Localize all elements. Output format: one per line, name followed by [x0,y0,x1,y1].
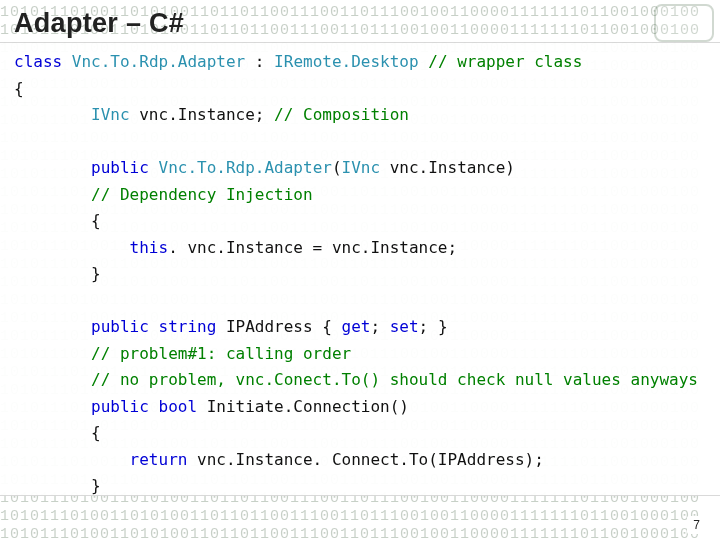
keyword-public: public [91,158,149,177]
return-expr: vnc.Instance. Connect.To(IPAddress); [187,450,543,469]
brace-open: { [14,79,24,98]
page-number: 7 [687,516,706,534]
brace-open-3: { [91,423,101,442]
brace-close-3: } [91,476,101,495]
keyword-bool: bool [159,397,198,416]
slide-title: Adapter – C# [14,8,184,39]
brace-open-2: { [91,211,101,230]
code-content: class Vnc.To.Rdp.Adapter : IRemote.Deskt… [14,49,710,500]
keyword-public-3: public [91,397,149,416]
keyword-this: this [130,238,169,257]
code-block: class Vnc.To.Rdp.Adapter : IRemote.Deskt… [0,42,720,496]
comment-wrapper: // wrapper class [428,52,582,71]
keyword-public-2: public [91,317,149,336]
slide: 1010111010011010100110110110011100110111… [0,0,720,540]
comment-di: // Dependency Injection [91,185,313,204]
keyword-get: get [342,317,371,336]
keyword-class: class [14,52,62,71]
comment-problem1: // problem#1: calling order [91,344,351,363]
ctor-name: Vnc.To.Rdp.Adapter [159,158,332,177]
prop-tail: ; } [419,317,448,336]
comment-composition: // Composition [274,105,409,124]
comment-noproblem: // no problem, vnc.Conect.To() should ch… [91,370,698,389]
prop-ipaddress: IPAddress { [216,317,341,336]
keyword-return: return [130,450,188,469]
param-type: IVnc [342,158,381,177]
assign-instance: . vnc.Instance = vnc.Instance; [168,238,457,257]
keyword-string: string [159,317,217,336]
method-initiate: Initiate.Connection() [197,397,409,416]
keyword-set: set [390,317,419,336]
field-decl: vnc.Instance; [130,105,275,124]
param-name: vnc.Instance) [380,158,515,177]
type-ivnc: IVnc [91,105,130,124]
corner-decoration [654,4,714,42]
type-iremote: IRemote.Desktop [274,52,419,71]
type-adapter: Vnc.To.Rdp.Adapter [72,52,245,71]
brace-close-2: } [91,264,101,283]
